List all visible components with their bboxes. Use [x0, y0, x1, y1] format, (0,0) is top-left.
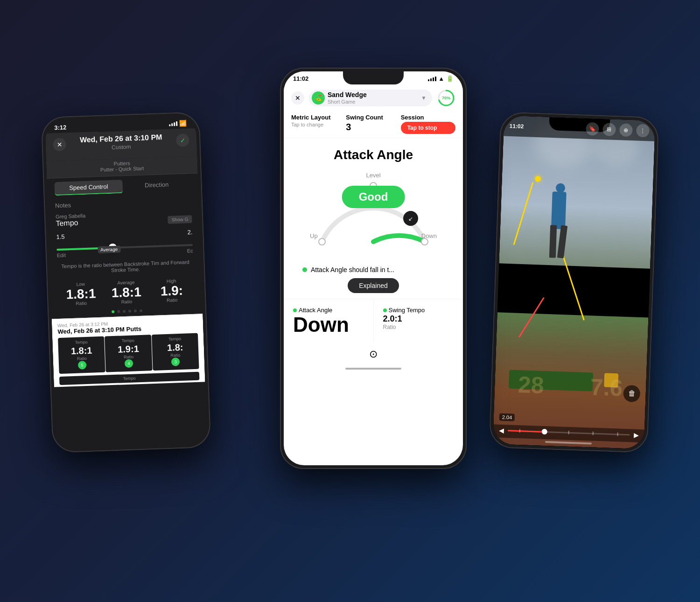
- attack-angle-section: Attack Angle: [284, 138, 463, 293]
- metric-name: Tempo: [56, 219, 78, 228]
- high-value: 1.9:: [149, 284, 195, 298]
- low-unit: Ratio: [58, 300, 104, 307]
- left-close-button[interactable]: ✕: [53, 138, 66, 151]
- h1-value: 1.8:1: [60, 345, 103, 357]
- history-grid: Tempo 1.8:1 Ratio 5 Tempo 1.9:1 Ratio 4: [58, 333, 199, 374]
- avg-value: 1.8:1: [104, 285, 149, 300]
- h1-unit: Ratio: [60, 356, 103, 362]
- explained-button[interactable]: Explained: [348, 278, 399, 293]
- signal-icon: [169, 121, 177, 126]
- swing-count-label: Swing Count: [346, 114, 400, 121]
- club-type: Short Game: [328, 99, 367, 105]
- h3-label: Tempo: [154, 336, 196, 342]
- slider-edit-label: Edit: [57, 252, 66, 258]
- tick-1: [519, 429, 520, 433]
- metric-layout-label: Metric Layout: [291, 114, 346, 121]
- show-goals-button[interactable]: Show G: [168, 215, 192, 224]
- scrub-track[interactable]: [508, 430, 630, 435]
- history-extra: Tempo: [59, 372, 199, 385]
- avg-tooltip: Average: [98, 245, 121, 253]
- battery-icon-center: 🔋: [446, 75, 454, 82]
- swing-count-col: Swing Count 3: [346, 114, 400, 134]
- good-pill: Good: [342, 186, 405, 208]
- grid-icon[interactable]: ⊞: [602, 123, 616, 136]
- h1-label: Tempo: [60, 339, 103, 345]
- gauge-container: ↙ Good Up Down Level: [308, 172, 439, 256]
- bottom-metrics: Attack Angle Down Swing Tempo 2.0:1 Rati…: [284, 299, 463, 343]
- high-unit: Ratio: [149, 297, 195, 303]
- green-dot: [302, 267, 307, 272]
- status-icons-center: ▲ 🔋: [428, 75, 454, 82]
- center-close-button[interactable]: ✕: [291, 91, 304, 105]
- attack-angle-title: Attack Angle: [293, 147, 454, 162]
- h1-badge: 5: [77, 361, 86, 370]
- prev-frame-button[interactable]: ◀: [499, 427, 504, 434]
- camera-row[interactable]: ⊙: [284, 343, 463, 366]
- watermark-1: 28: [518, 371, 545, 399]
- tick-2: [544, 430, 545, 434]
- tap-to-change: Tap to change: [291, 122, 346, 127]
- tap-to-stop-button[interactable]: Tap to stop: [401, 122, 455, 134]
- tick-4: [593, 432, 594, 435]
- attack-dot: [293, 308, 297, 312]
- golfer-leg-left: [549, 225, 557, 258]
- attack-angle-metric-label: Attack Angle: [293, 307, 364, 314]
- home-indicator-center: [345, 368, 401, 370]
- h3-value: 1.8:: [154, 342, 196, 354]
- watermark-row: 28 7.6: [494, 370, 646, 402]
- swing-tempo-sub: Ratio: [383, 324, 454, 330]
- next-frame-button[interactable]: ▶: [633, 431, 639, 439]
- slider-row[interactable]: 1.5 2. Average Edit Ec: [49, 226, 201, 262]
- phone-right: 11:02 🔖 ⊞ ⊕ ⋮ 2.04 🗑 28 7.6: [489, 112, 659, 453]
- slider-left-value: 1.5: [56, 233, 65, 241]
- stat-low: Low 1.8:1 Ratio: [58, 281, 104, 307]
- low-value: 1.8:1: [58, 287, 104, 301]
- left-header: ✕ Wed, Feb 26 at 3:10 PM Custom ✓: [45, 128, 197, 161]
- left-check-button[interactable]: ✓: [176, 133, 189, 147]
- golfer-leg-right: [557, 225, 567, 258]
- wifi-icon-center: ▲: [438, 75, 444, 82]
- swing-tempo-metric-label: Swing Tempo: [383, 307, 454, 314]
- layers-icon[interactable]: ⊕: [619, 123, 633, 137]
- slider-right-value: 2.: [187, 229, 192, 236]
- stats-row: Low 1.8:1 Ratio Average 1.8:1 Ratio High…: [50, 273, 203, 310]
- swing-tempo-value: 2.0:1: [383, 315, 454, 323]
- timeline-markers: [508, 430, 630, 435]
- more-options-icon[interactable]: ⋮: [636, 124, 650, 137]
- h2-label: Tempo: [107, 337, 150, 343]
- chevron-down-icon: ▼: [421, 95, 427, 101]
- signal-icon-center: [428, 77, 436, 81]
- gauge-level-label: Level: [366, 172, 380, 179]
- stat-avg: Average 1.8:1 Ratio: [103, 279, 149, 305]
- phone-left: 3:12 📶 ✕ Wed, Feb 26 at 3:10 PM: [41, 112, 211, 453]
- center-header: ✕ ⛳ Sand Wedge Short Game ▼: [284, 84, 463, 111]
- metric-layout-col[interactable]: Metric Layout Tap to change: [291, 114, 346, 134]
- h2-unit: Ratio: [107, 354, 150, 360]
- session-label: Session: [401, 114, 455, 121]
- dot-1: [112, 310, 114, 313]
- history-cell-3: Tempo 1.8: Ratio 3: [152, 333, 199, 371]
- dot-3: [123, 310, 126, 313]
- club-icon: ⛳: [312, 91, 325, 105]
- tab-direction[interactable]: Direction: [122, 177, 191, 193]
- h3-unit: Ratio: [154, 352, 197, 358]
- svg-point-3: [421, 238, 428, 245]
- metrics-row: Metric Layout Tap to change Swing Count …: [284, 111, 463, 138]
- golfer-torso: [551, 191, 567, 229]
- swing-count-value: 3: [346, 122, 400, 133]
- camera-icon[interactable]: ⊙: [369, 348, 378, 360]
- status-bar-right: 11:02: [509, 123, 586, 132]
- svg-point-2: [319, 238, 325, 245]
- dot-6: [140, 309, 142, 312]
- club-selector[interactable]: ⛳ Sand Wedge Short Game ▼: [309, 90, 432, 106]
- bookmark-icon[interactable]: 🔖: [586, 122, 599, 136]
- gauge-down-label: Down: [421, 232, 437, 239]
- tab-speed-control[interactable]: Speed Control: [54, 180, 123, 196]
- gauge-svg: ↙: [308, 172, 439, 256]
- stat-high: High 1.9: Ratio: [148, 278, 195, 303]
- svg-text:↙: ↙: [408, 216, 413, 222]
- h3-badge: 3: [171, 357, 180, 366]
- history-cell-1: Tempo 1.8:1 Ratio 5: [58, 336, 105, 374]
- watermark-2: 7.6: [590, 373, 623, 401]
- slider-ec-label: Ec: [187, 248, 193, 253]
